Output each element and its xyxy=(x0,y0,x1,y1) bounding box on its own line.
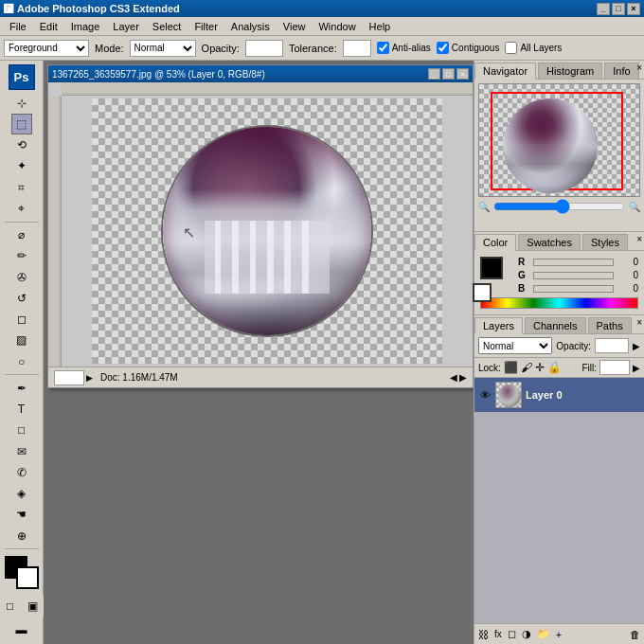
bg-color-swatch[interactable] xyxy=(473,283,492,302)
layer-mask-icon[interactable]: ◻ xyxy=(508,628,516,640)
layer-link-icon[interactable]: ⛓ xyxy=(478,629,489,640)
tool-slice[interactable]: ⌖ xyxy=(11,198,32,218)
layers-close[interactable]: × xyxy=(636,317,642,328)
doc-title-controls[interactable]: _ □ × xyxy=(428,68,469,80)
tab-navigator[interactable]: Navigator xyxy=(474,63,536,80)
lock-all-icon[interactable]: 🔒 xyxy=(547,361,562,374)
menu-layer[interactable]: Layer xyxy=(107,19,145,34)
lock-image-icon[interactable]: 🖌 xyxy=(521,361,532,374)
doc-minimize[interactable]: _ xyxy=(428,68,440,80)
tool-hand[interactable]: ☚ xyxy=(11,505,32,525)
tolerance-input[interactable]: 32 xyxy=(343,40,371,57)
tool-marquee[interactable]: ⬚ xyxy=(11,114,32,134)
fg-color-swatch[interactable] xyxy=(480,257,503,279)
zoom-out-icon[interactable]: 🔍 xyxy=(478,202,490,212)
tool-text[interactable]: T xyxy=(11,399,32,419)
scroll-right[interactable]: ▶ xyxy=(459,372,467,383)
tool-gradient[interactable]: ▨ xyxy=(11,331,32,350)
tool-eraser[interactable]: ◻ xyxy=(11,310,32,330)
maximize-button[interactable]: □ xyxy=(612,3,625,15)
layer-new-icon[interactable]: + xyxy=(556,629,562,640)
tool-shape[interactable]: □ xyxy=(11,420,32,440)
layer-adjustment-icon[interactable]: ◑ xyxy=(522,628,531,640)
blue-slider-track xyxy=(533,285,614,293)
tool-move[interactable]: ⊹ xyxy=(11,93,32,113)
layer-folder-icon[interactable]: 📁 xyxy=(537,628,550,640)
ruler-v-marks xyxy=(48,96,62,367)
contiguous-check[interactable] xyxy=(437,42,449,54)
scroll-left[interactable]: ◀ xyxy=(450,372,457,383)
minimize-button[interactable]: _ xyxy=(597,3,610,15)
tool-crop[interactable]: ⌗ xyxy=(11,177,32,197)
tool-3d[interactable]: ◈ xyxy=(11,483,32,503)
menu-file[interactable]: File xyxy=(4,19,32,34)
tab-info[interactable]: Info xyxy=(604,63,638,79)
menu-help[interactable]: Help xyxy=(364,19,397,34)
menu-edit[interactable]: Edit xyxy=(34,19,63,34)
tab-channels[interactable]: Channels xyxy=(525,317,585,333)
tool-stamp[interactable]: ✇ xyxy=(11,267,32,287)
tool-healing[interactable]: ⌀ xyxy=(11,225,32,245)
background-color[interactable] xyxy=(16,566,39,589)
tool-eyedropper[interactable]: ✆ xyxy=(11,462,32,482)
tab-swatches[interactable]: Swatches xyxy=(518,234,581,250)
tab-histogram[interactable]: Histogram xyxy=(538,63,602,79)
navigator-tab-bar: Navigator Histogram Info × xyxy=(474,61,644,80)
foreground-select[interactable]: Foreground xyxy=(4,40,89,57)
zoom-in-icon[interactable]: 🔍 xyxy=(629,202,640,212)
zoom-input[interactable]: 53% xyxy=(54,370,84,385)
quickmask-mode[interactable]: ▣ xyxy=(23,596,44,617)
menu-image[interactable]: Image xyxy=(65,19,106,34)
menu-analysis[interactable]: Analysis xyxy=(225,19,276,34)
tool-history[interactable]: ↺ xyxy=(11,288,32,308)
tab-layers[interactable]: Layers xyxy=(474,317,523,334)
close-button[interactable]: × xyxy=(627,3,640,15)
zoom-slider[interactable] xyxy=(493,201,625,212)
fill-field[interactable]: 100% xyxy=(599,360,630,375)
blue-channel: B 0 xyxy=(518,283,638,294)
color-spectrum[interactable] xyxy=(480,297,638,309)
layer-visibility-eye[interactable]: 👁 xyxy=(478,388,492,402)
standard-mode[interactable]: □ xyxy=(0,596,21,617)
tool-notes[interactable]: ✉ xyxy=(11,441,32,461)
zoom-icon[interactable]: ▶ xyxy=(86,373,93,383)
title-bar-controls[interactable]: _ □ × xyxy=(597,3,640,15)
doc-close[interactable]: × xyxy=(456,68,469,80)
layer-delete-icon[interactable]: 🗑 xyxy=(630,629,640,640)
color-box[interactable] xyxy=(5,556,39,589)
blend-mode-select[interactable]: Normal xyxy=(478,337,552,354)
layer-fx-icon[interactable]: fx xyxy=(494,629,502,639)
alllayers-label: All Layers xyxy=(520,43,562,53)
tool-magic-wand[interactable]: ✦ xyxy=(11,156,32,176)
mode-select[interactable]: Normal xyxy=(130,40,196,57)
menu-window[interactable]: Window xyxy=(313,19,361,34)
color-swatches[interactable] xyxy=(480,257,512,289)
tool-lasso[interactable]: ⟲ xyxy=(11,135,32,155)
opacity-input[interactable]: 100% xyxy=(245,40,283,57)
tool-dodge[interactable]: ○ xyxy=(11,351,32,371)
fill-arrow[interactable]: ▶ xyxy=(633,363,640,373)
doc-restore[interactable]: □ xyxy=(442,68,455,80)
lock-position-icon[interactable]: ✛ xyxy=(535,361,545,374)
tab-color[interactable]: Color xyxy=(474,234,516,251)
alllayers-check[interactable] xyxy=(505,42,517,54)
tab-styles[interactable]: Styles xyxy=(582,234,628,250)
opacity-field[interactable]: 100% xyxy=(595,338,629,353)
color-close[interactable]: × xyxy=(636,234,642,244)
screen-mode[interactable]: ▬ xyxy=(11,619,32,640)
left-toolbar: Ps ⊹ ⬚ ⟲ ✦ ⌗ ⌖ ⌀ ✏ ✇ ↺ ◻ ▨ ○ ✒ T □ ✉ ✆ ◈… xyxy=(0,61,44,644)
tool-pen[interactable]: ✒ xyxy=(11,378,32,398)
menu-view[interactable]: View xyxy=(277,19,312,34)
canvas-content: ↖ xyxy=(92,98,442,364)
tool-zoom[interactable]: ⊕ xyxy=(11,526,32,546)
tab-paths[interactable]: Paths xyxy=(588,317,632,333)
menu-filter[interactable]: Filter xyxy=(188,19,223,34)
antialias-check[interactable] xyxy=(377,42,389,54)
tool-brush[interactable]: ✏ xyxy=(11,246,32,266)
opacity-arrow[interactable]: ▶ xyxy=(633,341,640,351)
layer-item-0[interactable]: 👁 Layer 0 xyxy=(474,378,644,412)
menu-select[interactable]: Select xyxy=(147,19,188,34)
lock-transparent-icon[interactable]: ⬛ xyxy=(504,361,518,374)
layers-panel: Layers Channels Paths × Normal Opacity: … xyxy=(474,315,644,644)
navigator-close[interactable]: × xyxy=(636,63,642,73)
